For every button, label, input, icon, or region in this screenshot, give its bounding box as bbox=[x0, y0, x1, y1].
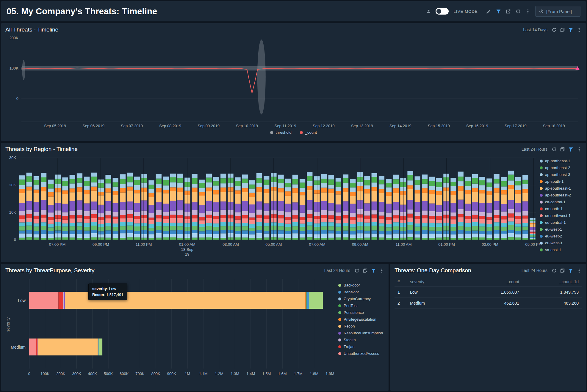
svg-text:severity: severity bbox=[6, 317, 10, 332]
legend-item-sa-east-1[interactable]: sa-east-1 bbox=[540, 248, 571, 252]
refresh-icon[interactable] bbox=[552, 27, 557, 32]
kebab-menu-icon[interactable] bbox=[577, 268, 582, 273]
region-stacked-bar-chart[interactable]: 010K20K30K07:00 PM09:00 PM11:00 PM01:00 … bbox=[1, 156, 540, 260]
purpose-hbar-chart[interactable]: 0100K200K300K400K500K600K700K800K900K1M1… bbox=[1, 277, 337, 382]
panel-header: All Threats - Timeline Last 14 Days bbox=[1, 23, 586, 36]
time-range-dropdown[interactable]: [From Panel] bbox=[535, 6, 580, 17]
legend-item-Persistence[interactable]: Persistence bbox=[338, 310, 383, 315]
svg-text:Sep 07 2019: Sep 07 2019 bbox=[121, 124, 143, 128]
svg-text:03:00 AM: 03:00 AM bbox=[223, 242, 239, 247]
copy-icon[interactable] bbox=[363, 268, 368, 273]
legend-item-Backdoor[interactable]: Backdoor bbox=[338, 283, 383, 287]
column-header-[interactable]: # bbox=[395, 277, 407, 287]
panel-controls: Last 24 Hours bbox=[324, 268, 384, 273]
table-cell: Low bbox=[407, 287, 464, 298]
refresh-icon[interactable] bbox=[552, 268, 557, 273]
legend-item-ap-northeast-2[interactable]: ap-northeast-2 bbox=[540, 166, 571, 170]
legend-swatch-icon bbox=[338, 318, 341, 321]
svg-text:18 Sep: 18 Sep bbox=[181, 247, 193, 252]
legend-item-Trojan[interactable]: Trojan bbox=[338, 344, 383, 349]
svg-text:Low: Low bbox=[18, 298, 26, 303]
legend-item-PrivilegeEscalation[interactable]: PrivilegeEscalation bbox=[338, 317, 383, 322]
copy-icon[interactable] bbox=[560, 27, 565, 32]
legend-label: Stealth bbox=[344, 338, 356, 342]
legend-item-ap-northeast-1[interactable]: ap-northeast-1 bbox=[540, 159, 571, 163]
user-icon[interactable] bbox=[426, 9, 431, 14]
legend-item-eu-west-2[interactable]: eu-west-2 bbox=[540, 234, 571, 238]
svg-text:01:00 AM: 01:00 AM bbox=[179, 242, 195, 247]
copy-icon[interactable] bbox=[560, 268, 565, 273]
legend-item-eu-west-1[interactable]: eu-west-1 bbox=[540, 227, 571, 232]
tooltip-value: : Low bbox=[107, 286, 116, 291]
refresh-icon[interactable] bbox=[516, 9, 521, 14]
legend-swatch-icon bbox=[338, 311, 341, 314]
share-icon[interactable] bbox=[506, 9, 511, 14]
svg-text:0: 0 bbox=[28, 371, 30, 376]
region-legend: ap-northeast-1ap-northeast-2ap-northeast… bbox=[540, 156, 571, 260]
legend-swatch-icon bbox=[338, 284, 341, 287]
legend-swatch-icon bbox=[270, 131, 273, 134]
legend-item-ca-central-1[interactable]: ca-central-1 bbox=[540, 200, 571, 204]
kebab-menu-icon[interactable] bbox=[525, 9, 530, 14]
legend-item-eu-west-3[interactable]: eu-west-3 bbox=[540, 241, 571, 245]
panel-title: Threats by Region - Timeline bbox=[5, 146, 78, 152]
legend-item-ResourceConsumption[interactable]: ResourceConsumption bbox=[338, 331, 383, 335]
tooltip-key: severity bbox=[92, 286, 107, 291]
legend-item-Behavior[interactable]: Behavior bbox=[338, 290, 383, 294]
time-range-dropdown-label: [From Panel] bbox=[546, 9, 572, 14]
svg-text:100K: 100K bbox=[40, 371, 50, 376]
svg-text:200K: 200K bbox=[56, 371, 65, 376]
tooltip-key: Recon bbox=[92, 292, 104, 297]
filter-icon[interactable] bbox=[568, 147, 573, 152]
filter-icon[interactable] bbox=[496, 9, 501, 14]
legend-swatch-icon bbox=[300, 131, 303, 134]
legend-swatch-icon bbox=[540, 201, 543, 204]
legend-item-PenTest[interactable]: PenTest bbox=[338, 303, 383, 308]
time-range-label: Last 24 Hours bbox=[522, 268, 547, 273]
legend-item-_count[interactable]: _count bbox=[300, 130, 317, 135]
legend-item-ap-northeast-3[interactable]: ap-northeast-3 bbox=[540, 172, 571, 177]
legend-item-cn-northwest-1[interactable]: cn-northwest-1 bbox=[540, 213, 571, 218]
legend-item-Stealth[interactable]: Stealth bbox=[338, 338, 383, 342]
all-threats-line-chart[interactable]: 0100K200KSep 05 2019Sep 06 2019Sep 07 20… bbox=[2, 36, 585, 129]
legend-item-ap-southeast-2[interactable]: ap-southeast-2 bbox=[540, 193, 571, 197]
legend-item-UnauthorizedAccess[interactable]: UnauthorizedAccess bbox=[338, 351, 383, 356]
filter-icon[interactable] bbox=[371, 268, 376, 273]
toggle-knob bbox=[436, 9, 441, 14]
svg-text:0: 0 bbox=[16, 96, 18, 101]
legend-item-eu-central-1[interactable]: eu-central-1 bbox=[540, 220, 571, 225]
table-cell: 1,849,793 bbox=[522, 287, 582, 298]
table-row[interactable]: 1Low1,855,8071,849,793 bbox=[395, 287, 582, 298]
filter-icon[interactable] bbox=[568, 268, 573, 273]
refresh-icon[interactable] bbox=[552, 147, 557, 152]
column-header-count1d[interactable]: _count_1d bbox=[522, 277, 582, 287]
legend-item-Recon[interactable]: Recon bbox=[338, 324, 383, 328]
refresh-icon[interactable] bbox=[354, 268, 359, 273]
svg-text:Sep 18 2019: Sep 18 2019 bbox=[543, 124, 565, 128]
svg-text:11:00 AM: 11:00 AM bbox=[396, 242, 412, 247]
region-bars bbox=[19, 171, 535, 240]
kebab-menu-icon[interactable] bbox=[379, 268, 384, 273]
kebab-menu-icon[interactable] bbox=[577, 27, 582, 32]
panel-header: Threats by Region - Timeline Last 24 Hou… bbox=[1, 143, 586, 156]
panel-controls: Last 24 Hours bbox=[522, 268, 582, 273]
legend-item-CryptoCurrency[interactable]: CryptoCurrency bbox=[338, 297, 383, 301]
kebab-menu-icon[interactable] bbox=[577, 147, 582, 152]
svg-text:20K: 20K bbox=[9, 183, 16, 187]
svg-text:1.2M: 1.2M bbox=[215, 371, 223, 376]
legend-label: eu-west-3 bbox=[545, 241, 562, 245]
legend-item-threshold[interactable]: threshold bbox=[270, 130, 291, 135]
filter-icon[interactable] bbox=[568, 27, 573, 32]
legend-item-ap-southeast-1[interactable]: ap-southeast-1 bbox=[540, 186, 571, 191]
legend-item-cn-north-1[interactable]: cn-north-1 bbox=[540, 207, 571, 211]
live-mode-toggle[interactable] bbox=[436, 8, 449, 15]
legend-label: ap-northeast-2 bbox=[545, 166, 570, 170]
edit-pencil-icon[interactable] bbox=[486, 9, 491, 14]
column-header-count[interactable]: _count bbox=[464, 277, 522, 287]
svg-text:Sep 11 2019: Sep 11 2019 bbox=[275, 124, 296, 128]
svg-text:1.3M: 1.3M bbox=[231, 371, 239, 376]
column-header-severity[interactable]: severity bbox=[407, 277, 464, 287]
table-row[interactable]: 2Medium462,601463,260 bbox=[395, 298, 582, 309]
copy-icon[interactable] bbox=[560, 147, 565, 152]
legend-item-ap-south-1[interactable]: ap-south-1 bbox=[540, 179, 571, 184]
